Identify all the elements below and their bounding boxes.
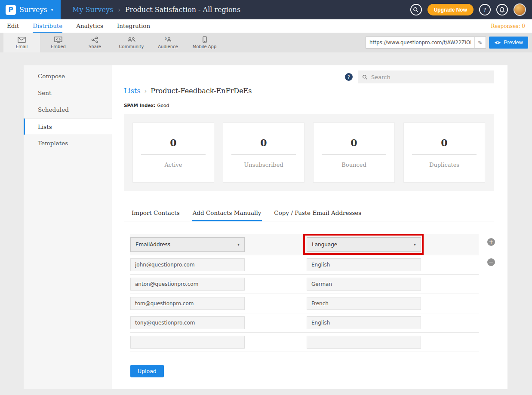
subnav-tabs: Edit Distribute Analytics Integration [7, 19, 150, 33]
stat-card-unsubscribed: 0 Unsubscribed [223, 122, 304, 183]
chevron-down-icon: ▾ [237, 242, 240, 247]
contact-stats: 0 Active 0 Unsubscribed 0 Bounced 0 [124, 114, 494, 191]
email-icon [18, 37, 26, 43]
table-header-row: EmailAddress ▾ Language ▾ [130, 234, 479, 255]
survey-url-input[interactable] [366, 40, 474, 46]
breadcrumb: My Surveys › Product Satisfaction - All … [72, 6, 240, 14]
sidebar-item-scheduled[interactable]: Scheduled [24, 101, 112, 118]
tab-distribute[interactable]: Distribute [33, 19, 62, 33]
table-row [130, 294, 479, 313]
toolbar-item-mobile-app[interactable]: Mobile App [186, 33, 223, 52]
language-input[interactable] [307, 297, 421, 310]
main-area: Compose Sent Scheduled Lists Templates ?… [0, 52, 532, 395]
app-logo-menu[interactable]: P Surveys ▾ [0, 0, 61, 19]
preview-button[interactable]: Preview [489, 37, 528, 49]
toolbar-item-email[interactable]: Email [3, 33, 40, 52]
upload-button[interactable]: Upload [130, 365, 164, 377]
stat-value: 0 [441, 137, 447, 148]
table-row [130, 313, 479, 333]
spam-index: SPAM Index:Good [124, 103, 494, 108]
content-top-bar: ? [124, 70, 494, 83]
upgrade-now-button[interactable]: Upgrade Now [427, 4, 474, 15]
help-button[interactable]: ? [479, 4, 491, 15]
avatar[interactable] [514, 3, 526, 16]
remove-column-button[interactable]: − [487, 258, 495, 266]
search-button[interactable] [410, 4, 422, 15]
preview-label: Preview [504, 40, 523, 46]
tab-integration[interactable]: Integration [117, 19, 150, 33]
toolbar-item-label: Audience [158, 44, 178, 49]
contacts-table: EmailAddress ▾ Language ▾ [130, 234, 479, 352]
embed-icon [54, 37, 62, 43]
stat-value: 0 [260, 137, 267, 148]
stat-value: 0 [170, 137, 176, 148]
email-distribution-card: Compose Sent Scheduled Lists Templates ?… [24, 65, 507, 389]
divider [412, 154, 477, 155]
language-input[interactable] [307, 278, 421, 291]
tab-copy-paste-emails[interactable]: Copy / Paste Email Addresses [273, 205, 362, 221]
add-column-button[interactable]: + [487, 238, 495, 246]
sidebar-item-sent[interactable]: Sent [24, 85, 112, 101]
divider [231, 154, 296, 155]
tab-import-contacts[interactable]: Import Contacts [131, 205, 181, 221]
chevron-right-icon: › [118, 6, 120, 13]
notifications-button[interactable] [496, 4, 508, 15]
email-input[interactable] [130, 258, 245, 271]
eye-icon [494, 40, 501, 45]
spam-index-label: SPAM Index: [124, 103, 156, 108]
tab-edit[interactable]: Edit [7, 19, 19, 33]
language-input[interactable] [307, 258, 421, 271]
email-sidebar: Compose Sent Scheduled Lists Templates [24, 65, 112, 389]
row-controls: + − [487, 238, 495, 266]
edit-url-icon[interactable]: ✎ [474, 37, 486, 48]
questionpro-logo: P [6, 5, 16, 15]
table-row [130, 333, 479, 352]
breadcrumb-list-name: Product-Feedback-EnFrDeEs [151, 87, 252, 95]
email-input[interactable] [130, 336, 245, 349]
svg-text:$: $ [165, 37, 167, 40]
stat-value: 0 [351, 137, 357, 148]
stat-card-bounced: 0 Bounced [313, 122, 395, 183]
toolbar-item-community[interactable]: Community [113, 33, 150, 52]
stat-label: Duplicates [429, 162, 459, 168]
email-input[interactable] [130, 278, 245, 291]
language-column-select[interactable]: Language ▾ [307, 237, 421, 252]
responses-count[interactable]: Responses: 0 [491, 19, 525, 33]
email-column-select[interactable]: EmailAddress ▾ [130, 237, 245, 252]
tab-analytics[interactable]: Analytics [76, 19, 103, 33]
sidebar-item-compose[interactable]: Compose [24, 68, 112, 85]
distribute-toolbar: Email Embed Share Community $ [0, 33, 532, 52]
contact-search-box [358, 70, 494, 83]
chevron-right-icon: › [145, 88, 147, 95]
divider [322, 154, 386, 155]
sidebar-item-lists[interactable]: Lists [24, 118, 112, 135]
toolbar-item-audience[interactable]: $ Audience [150, 33, 186, 52]
stat-card-duplicates: 0 Duplicates [403, 122, 485, 183]
contacts-tabs: Import Contacts Add Contacts Manually Co… [124, 205, 494, 221]
toolbar-item-label: Email [16, 44, 28, 49]
lists-content: ? Lists › Product-Feedback-EnFrDeEs SPAM… [112, 65, 507, 389]
stat-label: Bounced [341, 162, 366, 168]
audience-icon: $ [164, 37, 172, 43]
topbar: P Surveys ▾ My Surveys › Product Satisfa… [0, 0, 532, 19]
breadcrumb-lists-link[interactable]: Lists [124, 87, 141, 95]
chevron-down-icon: ▾ [414, 242, 416, 247]
table-row [130, 255, 479, 275]
toolbar-item-share[interactable]: Share [77, 33, 113, 52]
email-input[interactable] [130, 297, 245, 310]
help-icon[interactable]: ? [345, 73, 353, 81]
email-input[interactable] [130, 316, 245, 329]
spam-index-value: Good [157, 103, 169, 108]
language-input[interactable] [307, 316, 421, 329]
tab-add-contacts-manually[interactable]: Add Contacts Manually [192, 205, 262, 221]
search-icon [362, 74, 368, 80]
breadcrumb-survey-title: Product Satisfaction - All regions [125, 6, 240, 14]
toolbar-item-embed[interactable]: Embed [40, 33, 77, 52]
product-name: Surveys [19, 6, 47, 14]
breadcrumb-my-surveys[interactable]: My Surveys [72, 6, 113, 14]
chevron-down-icon: ▾ [51, 8, 53, 12]
sidebar-item-templates[interactable]: Templates [24, 135, 112, 152]
language-input[interactable] [307, 336, 421, 349]
divider [141, 154, 206, 155]
search-input[interactable] [371, 74, 489, 80]
